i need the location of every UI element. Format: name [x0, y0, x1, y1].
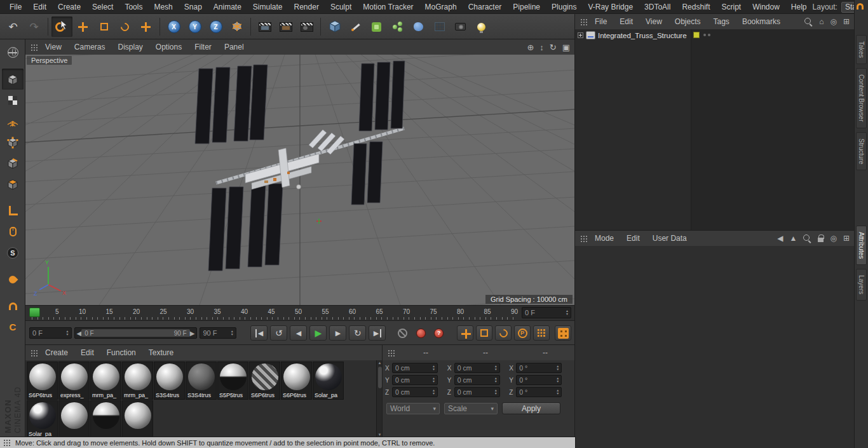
scrollbar-thumb[interactable]: [378, 367, 382, 388]
menubar-item[interactable]: V-Ray Bridge: [582, 3, 639, 11]
attribute-menu-item[interactable]: Edit: [620, 234, 646, 243]
material-item[interactable]: S6P6trus: [27, 362, 58, 400]
render-view-button[interactable]: [254, 17, 275, 37]
menubar-item[interactable]: MoGraph: [419, 3, 463, 11]
record-pla-toggle[interactable]: [533, 325, 550, 341]
range-left-arrow-icon[interactable]: ◀: [77, 330, 82, 337]
light-button[interactable]: [471, 17, 492, 37]
scroll-up-icon[interactable]: ▴: [379, 360, 381, 365]
menubar-item[interactable]: Select: [86, 3, 119, 11]
drag-handle-icon[interactable]: [580, 18, 587, 25]
record-disabled-toggle[interactable]: [398, 329, 407, 338]
side-tab[interactable]: Layers: [856, 269, 867, 301]
stepper-icon[interactable]: ▴▾: [566, 309, 568, 316]
record-position-toggle[interactable]: [457, 325, 473, 341]
object-menu-item[interactable]: Objects: [668, 17, 707, 26]
coordinate-column-header[interactable]: --: [396, 348, 456, 357]
camera-button[interactable]: [450, 17, 471, 37]
side-tab[interactable]: Takes: [856, 35, 867, 64]
material-item[interactable]: S6P6trus: [281, 362, 312, 400]
size-field[interactable]: 0 cm▴▾: [454, 375, 500, 385]
visibility-dot-editor[interactable]: [703, 34, 706, 36]
transform-mode-dropdown[interactable]: Scale▾: [444, 403, 498, 414]
material-item[interactable]: Solar_pa: [313, 362, 344, 400]
rotation-field[interactable]: 0 °▴▾: [516, 387, 562, 397]
object-name[interactable]: Integrated_Truss_Structure: [598, 32, 687, 39]
rotate-tool[interactable]: [114, 17, 135, 37]
menubar-item[interactable]: Window: [747, 3, 785, 11]
menubar-item[interactable]: Motion Tracker: [357, 3, 419, 11]
record-rotation-toggle[interactable]: [495, 325, 512, 341]
stepper-icon[interactable]: ▴▾: [495, 389, 497, 395]
stepper-icon[interactable]: ▴▾: [557, 377, 559, 383]
points-mode-button[interactable]: [2, 132, 24, 153]
prev-frame-button[interactable]: ◀: [290, 325, 307, 341]
object-row[interactable]: Integrated_Truss_Structure: [575, 29, 855, 41]
menubar-item[interactable]: Script: [715, 3, 747, 11]
drag-handle-icon[interactable]: [31, 44, 37, 51]
rotation-field[interactable]: 0 °▴▾: [516, 363, 562, 373]
polygons-mode-button[interactable]: [2, 173, 24, 194]
material-menu-item[interactable]: Texture: [142, 348, 180, 357]
coordinate-column-header[interactable]: --: [515, 348, 575, 357]
pan-view-icon[interactable]: ⊕: [527, 43, 534, 52]
viewport-solo-button[interactable]: [2, 221, 24, 242]
target-icon[interactable]: ◎: [830, 234, 836, 243]
stepper-icon[interactable]: ▴▾: [495, 365, 497, 371]
home-icon[interactable]: ⌂: [819, 17, 824, 26]
prev-key-button[interactable]: ↺: [270, 325, 287, 341]
menubar-item[interactable]: Simulate: [247, 3, 288, 11]
pin-icon[interactable]: ▲: [790, 234, 797, 243]
material-item[interactable]: S3S4trus: [154, 362, 185, 400]
stepper-icon[interactable]: ▴▾: [433, 377, 435, 383]
material-item[interactable]: S6P6trus: [249, 362, 280, 400]
menubar-item[interactable]: Animate: [208, 3, 247, 11]
paint-setup-button[interactable]: [2, 269, 24, 290]
material-item[interactable]: Solar_pa: [27, 400, 58, 438]
play-button[interactable]: ▶: [309, 325, 327, 341]
keyframe-help-button[interactable]: ?: [434, 329, 444, 338]
viewport-menu-item[interactable]: Options: [149, 43, 188, 51]
frame-spinner-field[interactable]: 0 F ▴▾: [29, 327, 72, 339]
history-back-icon[interactable]: ◀: [777, 234, 783, 243]
record-parameter-toggle[interactable]: P: [514, 325, 531, 341]
coordinate-column-header[interactable]: --: [456, 348, 515, 357]
stepper-icon[interactable]: ▴▾: [433, 365, 435, 371]
workplane-mode-button[interactable]: [2, 111, 24, 132]
drag-handle-icon[interactable]: [580, 235, 587, 242]
position-field[interactable]: 0 cm▴▾: [392, 387, 438, 397]
viewport-menu-item[interactable]: Cameras: [68, 43, 112, 51]
viewport-menu-item[interactable]: Panel: [218, 43, 250, 51]
viewport-menu-item[interactable]: View: [39, 43, 68, 51]
playhead-marker[interactable]: [29, 308, 40, 317]
render-to-picture-viewer-button[interactable]: [275, 17, 296, 37]
viewport-canvas[interactable]: Y X Z Perspective Grid Spacing : 10000 c…: [25, 55, 575, 306]
convert-object-button[interactable]: [2, 42, 24, 63]
rotate-view-icon[interactable]: ↻: [550, 43, 557, 52]
menubar-item[interactable]: Redshift: [676, 3, 715, 11]
x-axis-lock[interactable]: X: [163, 17, 184, 37]
material-item[interactable]: express_: [58, 362, 90, 400]
drag-handle-icon[interactable]: [388, 350, 395, 356]
timeline-ruler[interactable]: 051015202530354045505560657075808590 0 F…: [25, 306, 575, 321]
object-menu-item[interactable]: Tags: [707, 17, 736, 26]
apply-button[interactable]: Apply: [502, 402, 560, 414]
search-icon[interactable]: [803, 234, 811, 243]
object-menu-item[interactable]: Edit: [613, 17, 639, 26]
object-menu-item[interactable]: File: [588, 17, 613, 26]
menubar-item[interactable]: Create: [52, 3, 86, 11]
record-scale-toggle[interactable]: [476, 325, 492, 341]
jump-start-button[interactable]: ◀: [250, 325, 268, 341]
layer-color-chip[interactable]: [693, 32, 700, 38]
stepper-icon[interactable]: ▴▾: [557, 365, 559, 371]
menubar-item[interactable]: Mesh: [148, 3, 178, 11]
current-frame-field[interactable]: 0 F ▴▾: [522, 307, 571, 318]
drag-handle-icon[interactable]: [31, 350, 37, 356]
material-menu-item[interactable]: Create: [39, 348, 74, 357]
pen-tool[interactable]: [345, 17, 366, 37]
enable-axis-button[interactable]: [2, 200, 24, 221]
material-item[interactable]: mrm_pa_: [90, 362, 121, 400]
zoom-view-icon[interactable]: ↕: [539, 43, 544, 52]
scale-tool[interactable]: [93, 17, 114, 37]
camera-label[interactable]: Perspective: [27, 56, 72, 65]
